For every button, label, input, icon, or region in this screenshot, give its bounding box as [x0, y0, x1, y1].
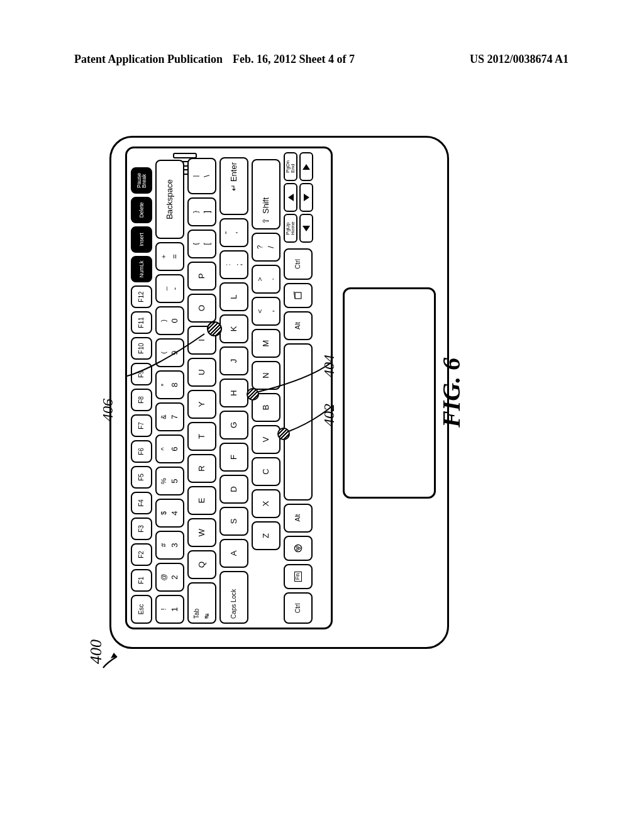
page: Patent Application Publication Feb. 16, … — [0, 0, 644, 830]
header-mid: Feb. 16, 2012 Sheet 4 of 7 — [233, 53, 355, 66]
ref-402: 402 — [321, 404, 338, 426]
header-left: Patent Application Publication — [74, 53, 223, 66]
laptop-deck: Esc F1 F2 F3 F4 F5 F6 F7 F8 F9 F10 — [125, 155, 433, 629]
ref-406: 406 — [99, 399, 116, 421]
ref-400: 400 — [87, 639, 106, 664]
callout-leaders — [125, 145, 333, 629]
ref-400-leader-icon — [101, 646, 126, 672]
ref-404: 404 — [321, 355, 338, 377]
figure-6-landscape: 400 — [87, 113, 470, 679]
laptop-body: Esc F1 F2 F3 F4 F5 F6 F7 F8 F9 F10 — [109, 136, 449, 649]
header-right: US 2012/0038674 A1 — [470, 53, 569, 66]
figure-caption: FIG. 6 — [436, 358, 466, 428]
touchpad — [343, 287, 436, 499]
figure-6: 400 — [87, 113, 470, 679]
